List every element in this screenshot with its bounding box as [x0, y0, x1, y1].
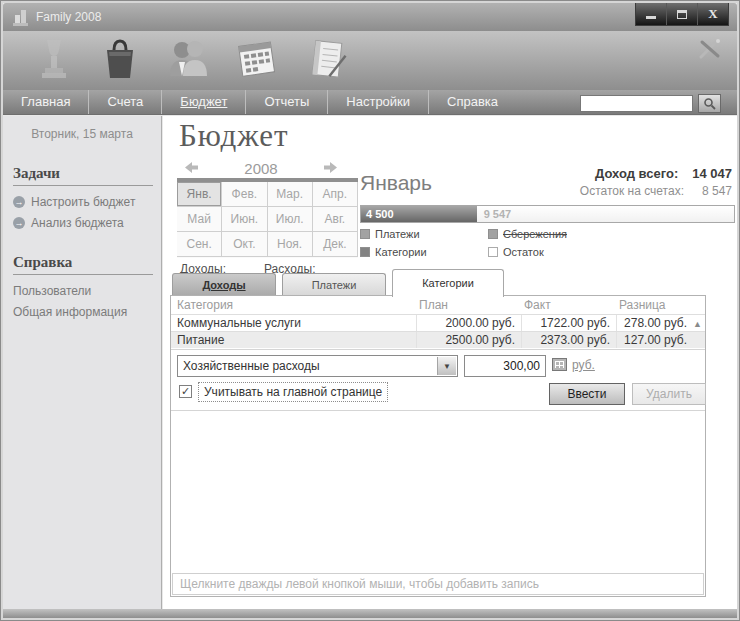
menu-item-spravka[interactable]: Справка: [428, 90, 516, 114]
users-icon[interactable]: [165, 36, 211, 82]
minimize-button[interactable]: [636, 3, 666, 25]
amount-input[interactable]: [464, 355, 546, 377]
legend-label: Остаток: [503, 246, 544, 258]
income-total-label: Доход всего:: [595, 166, 678, 181]
column-header-difference[interactable]: Разница: [616, 296, 693, 314]
month-cell-nov[interactable]: Ноя.: [268, 232, 313, 257]
tasks-section-title: Задачи: [13, 165, 153, 186]
minimize-icon: [646, 16, 656, 19]
month-cell-apr[interactable]: Апр.: [313, 182, 358, 207]
table-row-utilities[interactable]: Коммунальные услуги 2000.00 руб. 1722.00…: [171, 314, 705, 331]
window-controls: X: [635, 3, 729, 26]
maximize-icon: [677, 10, 687, 19]
column-header-fact[interactable]: Факт: [521, 296, 616, 314]
main-page-checkbox[interactable]: ✓: [179, 385, 192, 398]
month-cell-dec[interactable]: Дек.: [313, 232, 358, 257]
close-button[interactable]: X: [697, 3, 728, 25]
window-bottom-frame: [3, 609, 737, 618]
month-cell-may[interactable]: Май: [177, 207, 222, 232]
toolbar: [3, 31, 737, 89]
totals-block: Доход всего:14 047 Остаток на счетах:8 5…: [580, 166, 732, 198]
search-icon: [703, 97, 716, 110]
tab-dokhody[interactable]: Доходы: [172, 273, 276, 296]
help-section-title: Справка: [13, 254, 153, 275]
maximize-button[interactable]: [666, 3, 697, 25]
year-label: 2008: [183, 160, 339, 177]
table-header-row: Категория План Факт Разница: [171, 296, 705, 314]
category-combobox-value: Хозяйственные расходы: [183, 356, 320, 376]
table-row-food[interactable]: Питание 2500.00 руб. 2373.00 руб. 127.00…: [171, 331, 705, 348]
scroll-up-arrow-icon[interactable]: ▲: [693, 319, 702, 329]
legend-label: Категории: [375, 246, 427, 258]
cell-plan: 2500.00 руб.: [416, 332, 521, 348]
check-icon: ✓: [181, 385, 190, 397]
savings-swatch-icon: [488, 229, 498, 239]
window-title: Family 2008: [36, 3, 101, 31]
tools-icon[interactable]: [697, 35, 723, 61]
column-header-plan[interactable]: План: [416, 296, 521, 314]
calendar-icon[interactable]: [235, 36, 281, 82]
progress-remaining-segment: 9 547: [477, 206, 734, 222]
menu-item-byudzhet[interactable]: Бюджет: [161, 90, 245, 114]
payments-swatch-icon: [360, 229, 370, 239]
search-input[interactable]: [580, 95, 693, 112]
notebook-icon[interactable]: [305, 36, 351, 82]
menu-item-nastroyki[interactable]: Настройки: [327, 90, 428, 114]
category-combobox[interactable]: Хозяйственные расходы ▼: [177, 355, 458, 377]
tab-platezhi[interactable]: Платежи: [282, 273, 386, 296]
calculator-icon[interactable]: [552, 358, 567, 371]
main-content: Бюджет 2008 Янв. Фев. Мар. Апр. Май Июн.…: [163, 116, 737, 609]
help-link-label: Пользователи: [13, 284, 91, 298]
legend-savings: Сбережения: [488, 228, 567, 240]
separator: [171, 349, 705, 350]
accounts-balance-value: 8 547: [702, 184, 732, 198]
chevron-down-icon: ▼: [443, 362, 451, 371]
combobox-dropdown-button[interactable]: ▼: [437, 357, 456, 375]
month-cell-jun[interactable]: Июн.: [222, 207, 267, 232]
menu-item-glavnaya[interactable]: Главная: [3, 90, 88, 114]
help-link-users[interactable]: Пользователи: [13, 284, 161, 298]
application-window: Family 2008 X: [0, 0, 740, 621]
status-hint: Щелкните дважды левой кнопкой мыши, чтоб…: [172, 573, 704, 595]
menu-item-scheta[interactable]: Счета: [88, 90, 161, 114]
delete-button[interactable]: Удалить: [632, 383, 706, 405]
next-year-arrow-icon[interactable]: [323, 161, 339, 174]
task-link-setup-budget[interactable]: → Настроить бюджет: [13, 195, 161, 209]
page-title: Бюджет: [179, 118, 288, 154]
categories-swatch-icon: [360, 247, 370, 257]
cell-category: Коммунальные услуги: [171, 315, 416, 331]
shopping-bag-icon[interactable]: [99, 36, 141, 82]
column-header-category[interactable]: Категория: [171, 296, 416, 314]
progress-used-segment: 4 500: [361, 206, 477, 222]
trophy-icon[interactable]: [33, 36, 75, 82]
search-button[interactable]: [698, 94, 721, 113]
month-cell-jul[interactable]: Июл.: [268, 207, 313, 232]
remainder-checkbox-icon[interactable]: [488, 247, 498, 257]
tab-kategorii[interactable]: Категории: [392, 269, 504, 297]
main-page-checkbox-label[interactable]: Учитывать на главной странице: [198, 382, 388, 402]
month-cell-feb[interactable]: Фев.: [222, 182, 267, 207]
month-cell-sep[interactable]: Сен.: [177, 232, 222, 257]
year-navigator: 2008: [183, 160, 339, 176]
arrow-bullet-icon: →: [13, 196, 25, 208]
separator: [171, 410, 705, 411]
month-cell-mar[interactable]: Мар.: [268, 182, 313, 207]
cell-difference: 278.00 руб.: [616, 315, 693, 331]
month-cell-oct[interactable]: Окт.: [222, 232, 267, 257]
cell-fact: 1722.00 руб.: [521, 315, 616, 331]
cell-plan: 2000.00 руб.: [416, 315, 521, 331]
tasks-list: → Настроить бюджет → Анализ бюджета: [13, 195, 161, 230]
legend-categories: Категории: [360, 246, 427, 258]
month-cell-aug[interactable]: Авг.: [313, 207, 358, 232]
month-cell-jan[interactable]: Янв.: [177, 182, 222, 207]
task-link-budget-analysis[interactable]: → Анализ бюджета: [13, 216, 161, 230]
help-link-general-info[interactable]: Общая информация: [13, 305, 161, 319]
arrow-bullet-icon: →: [13, 217, 25, 229]
task-link-label: Настроить бюджет: [31, 195, 135, 209]
menu-item-otchety[interactable]: Отчеты: [245, 90, 327, 114]
currency-link[interactable]: руб.: [572, 358, 595, 372]
enter-button[interactable]: Ввести: [549, 383, 625, 405]
legend-label: Сбережения: [503, 228, 567, 240]
help-list: Пользователи Общая информация: [13, 284, 161, 319]
accounts-balance-label: Остаток на счетах:: [580, 184, 684, 198]
